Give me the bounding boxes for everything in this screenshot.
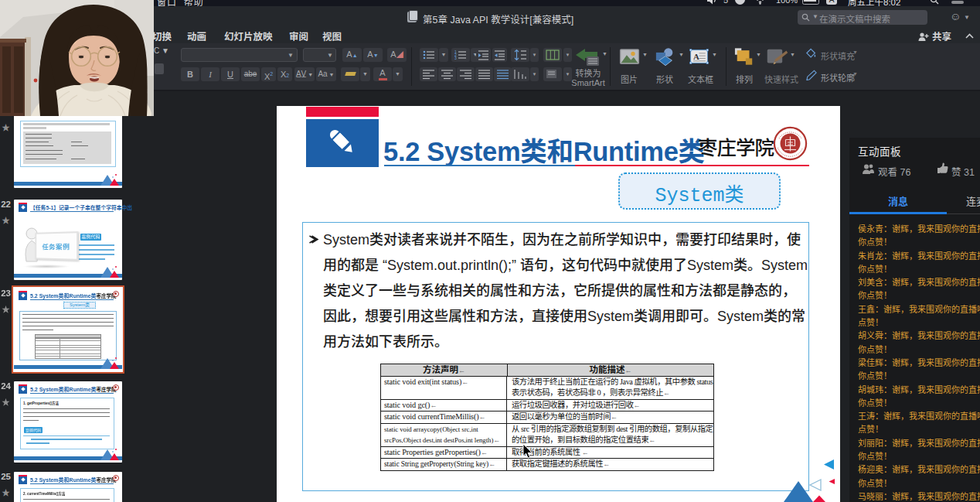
svg-text:A: A: [693, 52, 699, 61]
svg-text:3: 3: [454, 56, 457, 60]
